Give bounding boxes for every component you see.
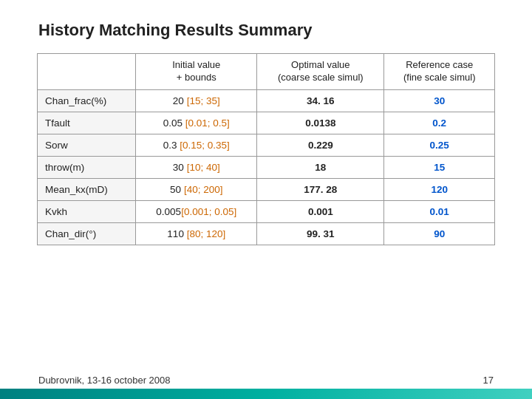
cell-optimal: 0.001 <box>257 200 384 222</box>
cell-initial: 30 [10; 40] <box>136 156 257 178</box>
cell-reference: 120 <box>384 178 495 200</box>
cell-initial: 0.05 [0.01; 0.5] <box>136 112 257 134</box>
cell-param: Kvkh <box>38 200 136 222</box>
cell-optimal: 18 <box>257 156 384 178</box>
col-header-param <box>38 54 136 90</box>
teal-decorative-bar <box>0 389 532 399</box>
cell-reference: 15 <box>384 156 495 178</box>
cell-param: Tfault <box>38 112 136 134</box>
cell-param: Mean_kx(mD) <box>38 178 136 200</box>
cell-optimal: 99. 31 <box>257 222 384 245</box>
results-table: Initial value+ bounds Optimal value(coar… <box>37 53 495 245</box>
results-table-container: Initial value+ bounds Optimal value(coar… <box>0 53 532 245</box>
table-row: Mean_kx(mD)50 [40; 200]177. 28120 <box>38 178 495 200</box>
table-row: Sorw0.3 [0.15; 0.35]0.2290.25 <box>38 134 495 156</box>
cell-reference: 90 <box>384 222 495 245</box>
cell-initial: 110 [80; 120] <box>136 222 257 245</box>
table-row: Kvkh0.005[0.001; 0.05]0.0010.01 <box>38 200 495 222</box>
cell-param: Chan_dir(°) <box>38 222 136 245</box>
footer-page-number: 17 <box>483 375 494 386</box>
cell-reference: 0.01 <box>384 200 495 222</box>
cell-initial: 0.3 [0.15; 0.35] <box>136 134 257 156</box>
cell-optimal: 177. 28 <box>257 178 384 200</box>
table-row: Chan_dir(°)110 [80; 120]99. 3190 <box>38 222 495 245</box>
cell-reference: 0.25 <box>384 134 495 156</box>
footer-left-text: Dubrovnik, 13-16 october 2008 <box>38 375 171 386</box>
table-header-row: Initial value+ bounds Optimal value(coar… <box>38 54 495 90</box>
footer: Dubrovnik, 13-16 october 2008 17 <box>38 375 494 386</box>
cell-param: Sorw <box>38 134 136 156</box>
page-title: History Matching Results Summary <box>0 0 532 53</box>
cell-optimal: 0.0138 <box>257 112 384 134</box>
cell-optimal: 34. 16 <box>257 89 384 112</box>
cell-param: Chan_frac(%) <box>38 89 136 112</box>
cell-param: throw(m) <box>38 156 136 178</box>
table-row: throw(m)30 [10; 40]1815 <box>38 156 495 178</box>
cell-reference: 0.2 <box>384 112 495 134</box>
cell-initial: 20 [15; 35] <box>136 89 257 112</box>
table-row: Chan_frac(%)20 [15; 35]34. 1630 <box>38 89 495 112</box>
col-header-initial: Initial value+ bounds <box>136 54 257 90</box>
cell-initial: 0.005[0.001; 0.05] <box>136 200 257 222</box>
cell-initial: 50 [40; 200] <box>136 178 257 200</box>
cell-optimal: 0.229 <box>257 134 384 156</box>
cell-reference: 30 <box>384 89 495 112</box>
col-header-optimal: Optimal value(coarse scale simul) <box>257 54 384 90</box>
table-row: Tfault0.05 [0.01; 0.5]0.01380.2 <box>38 112 495 134</box>
col-header-reference: Reference case(fine scale simul) <box>384 54 495 90</box>
